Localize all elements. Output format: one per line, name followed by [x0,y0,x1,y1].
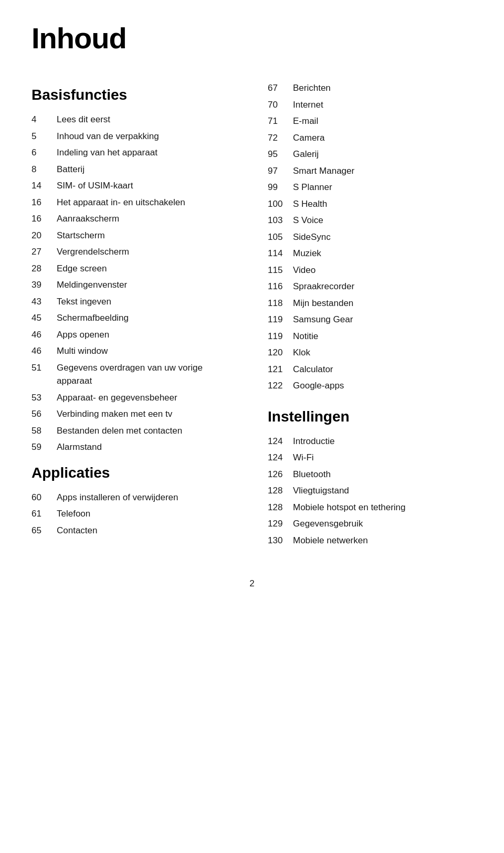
toc-text: Meldingenvenster [57,278,127,292]
list-item: 6Indeling van het apparaat [32,146,236,160]
list-item: 124Wi-Fi [268,451,472,465]
toc-text: Klok [293,346,310,360]
toc-text: Google-apps [293,379,344,393]
instellingen-title: Instellingen [268,408,472,425]
toc-number: 119 [268,313,293,327]
toc-text: Gegevens overdragen van uw vorige appara… [57,361,236,388]
toc-number: 67 [268,81,293,95]
toc-number: 128 [268,484,293,498]
list-item: 124Introductie [268,435,472,448]
basisfuncties-list: 4Lees dit eerst5Inhoud van de verpakking… [32,113,236,454]
right-main-list: 67Berichten70Internet71E-mail72Camera95G… [268,81,472,393]
toc-text: Mobiele hotspot en tethering [293,501,406,514]
list-item: 71E-mail [268,114,472,128]
toc-text: Alarmstand [57,440,102,454]
toc-text: Notitie [293,330,318,343]
toc-text: E-mail [293,114,318,128]
toc-number: 51 [32,361,57,375]
list-item: 53Apparaat- en gegevensbeheer [32,391,236,405]
toc-number: 105 [268,230,293,244]
list-item: 122Google-apps [268,379,472,393]
toc-text: Internet [293,98,323,112]
toc-number: 53 [32,391,57,405]
toc-text: Mobiele netwerken [293,534,368,547]
toc-text: Bluetooth [293,468,331,481]
list-item: 100S Health [268,197,472,211]
toc-text: Contacten [57,524,98,538]
list-item: 8Batterij [32,163,236,176]
toc-text: Apps openen [57,328,109,342]
toc-number: 120 [268,346,293,360]
list-item: 128Vliegtuigstand [268,484,472,498]
toc-text: Vliegtuigstand [293,484,349,498]
list-item: 14SIM- of USIM-kaart [32,179,236,193]
toc-number: 4 [32,113,57,127]
toc-text: SIM- of USIM-kaart [57,179,133,193]
toc-text: Bestanden delen met contacten [57,424,182,438]
toc-text: SideSync [293,230,331,244]
list-item: 129Gegevensgebruik [268,517,472,531]
toc-number: 56 [32,407,57,421]
list-item: 4Lees dit eerst [32,113,236,127]
list-item: 70Internet [268,98,472,112]
toc-number: 122 [268,379,293,393]
toc-number: 129 [268,517,293,531]
toc-number: 59 [32,440,57,454]
toc-text: Telefoon [57,507,90,521]
list-item: 119Notitie [268,330,472,343]
toc-text: Multi window [57,344,108,358]
list-item: 103S Voice [268,214,472,227]
toc-number: 16 [32,212,57,226]
toc-text: Muziek [293,247,321,260]
toc-text: Spraakrecorder [293,280,354,293]
list-item: 115Video [268,264,472,277]
toc-text: Edge screen [57,262,107,276]
toc-text: Lees dit eerst [57,113,110,127]
toc-number: 121 [268,363,293,376]
toc-number: 46 [32,328,57,342]
right-column: 67Berichten70Internet71E-mail72Camera95G… [268,81,472,557]
list-item: 121Calculator [268,363,472,376]
toc-text: Aanraakscherm [57,212,119,226]
toc-number: 43 [32,295,57,309]
list-item: 118Mijn bestanden [268,297,472,310]
list-item: 39Meldingenvenster [32,278,236,292]
list-item: 59Alarmstand [32,440,236,454]
page-number: 2 [32,578,472,589]
toc-number: 97 [268,164,293,178]
toc-number: 118 [268,297,293,310]
toc-number: 45 [32,311,57,325]
toc-text: Samsung Gear [293,313,353,327]
toc-number: 100 [268,197,293,211]
toc-number: 119 [268,330,293,343]
list-item: 65Contacten [32,524,236,538]
list-item: 46Apps openen [32,328,236,342]
list-item: 45Schermafbeelding [32,311,236,325]
toc-text: S Planner [293,181,332,194]
toc-number: 130 [268,534,293,547]
list-item: 58Bestanden delen met contacten [32,424,236,438]
toc-number: 116 [268,280,293,293]
list-item: 119Samsung Gear [268,313,472,327]
list-item: 120Klok [268,346,472,360]
toc-number: 60 [32,491,57,504]
applicaties-title: Applicaties [32,465,236,481]
content-layout: Basisfuncties 4Lees dit eerst5Inhoud van… [32,81,472,557]
toc-number: 124 [268,451,293,465]
toc-number: 6 [32,146,57,160]
list-item: 128Mobiele hotspot en tethering [268,501,472,514]
toc-text: Apparaat- en gegevensbeheer [57,391,177,405]
applicaties-list: 60Apps installeren of verwijderen61Telef… [32,491,236,538]
list-item: 61Telefoon [32,507,236,521]
toc-number: 61 [32,507,57,521]
list-item: 72Camera [268,131,472,145]
toc-text: Smart Manager [293,164,354,178]
toc-number: 5 [32,130,57,143]
toc-text: Wi-Fi [293,451,314,465]
toc-number: 124 [268,435,293,448]
toc-text: Camera [293,131,324,145]
toc-number: 72 [268,131,293,145]
toc-number: 27 [32,245,57,259]
toc-text: Mijn bestanden [293,297,353,310]
toc-number: 58 [32,424,57,438]
